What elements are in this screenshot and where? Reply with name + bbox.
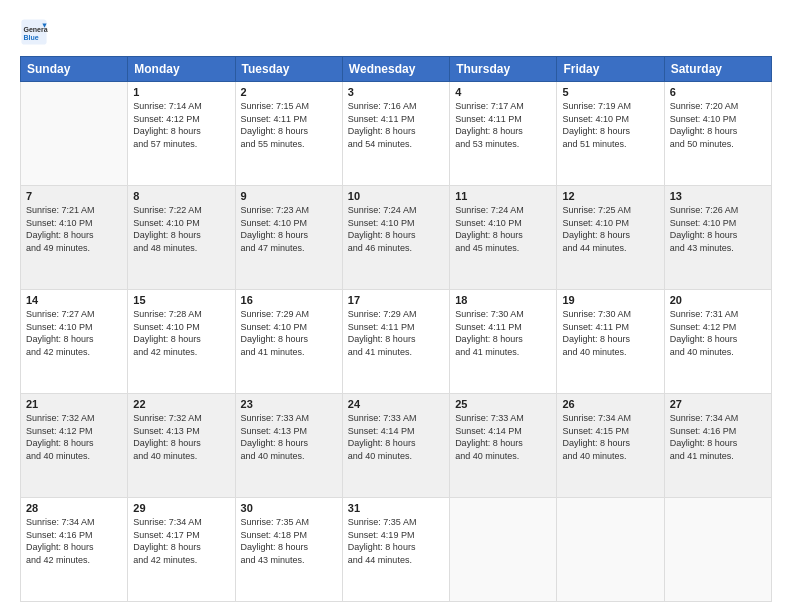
day-number: 19 xyxy=(562,294,658,306)
header-wednesday: Wednesday xyxy=(342,57,449,82)
day-number: 17 xyxy=(348,294,444,306)
calendar-cell-w4d5: 26Sunrise: 7:34 AM Sunset: 4:15 PM Dayli… xyxy=(557,394,664,498)
day-number: 15 xyxy=(133,294,229,306)
day-info: Sunrise: 7:33 AM Sunset: 4:14 PM Dayligh… xyxy=(348,412,444,462)
day-number: 13 xyxy=(670,190,766,202)
day-number: 4 xyxy=(455,86,551,98)
day-number: 1 xyxy=(133,86,229,98)
day-number: 31 xyxy=(348,502,444,514)
day-number: 27 xyxy=(670,398,766,410)
header-tuesday: Tuesday xyxy=(235,57,342,82)
day-number: 11 xyxy=(455,190,551,202)
day-info: Sunrise: 7:16 AM Sunset: 4:11 PM Dayligh… xyxy=(348,100,444,150)
calendar-cell-w3d2: 16Sunrise: 7:29 AM Sunset: 4:10 PM Dayli… xyxy=(235,290,342,394)
header: General Blue xyxy=(20,18,772,46)
day-info: Sunrise: 7:14 AM Sunset: 4:12 PM Dayligh… xyxy=(133,100,229,150)
day-info: Sunrise: 7:29 AM Sunset: 4:10 PM Dayligh… xyxy=(241,308,337,358)
calendar-cell-w4d2: 23Sunrise: 7:33 AM Sunset: 4:13 PM Dayli… xyxy=(235,394,342,498)
logo: General Blue xyxy=(20,18,48,46)
day-number: 23 xyxy=(241,398,337,410)
header-thursday: Thursday xyxy=(450,57,557,82)
calendar-cell-w4d1: 22Sunrise: 7:32 AM Sunset: 4:13 PM Dayli… xyxy=(128,394,235,498)
calendar-cell-w4d3: 24Sunrise: 7:33 AM Sunset: 4:14 PM Dayli… xyxy=(342,394,449,498)
calendar-cell-w2d6: 13Sunrise: 7:26 AM Sunset: 4:10 PM Dayli… xyxy=(664,186,771,290)
svg-text:Blue: Blue xyxy=(24,34,39,41)
header-monday: Monday xyxy=(128,57,235,82)
day-info: Sunrise: 7:15 AM Sunset: 4:11 PM Dayligh… xyxy=(241,100,337,150)
calendar-cell-w5d5 xyxy=(557,498,664,602)
calendar-cell-w3d5: 19Sunrise: 7:30 AM Sunset: 4:11 PM Dayli… xyxy=(557,290,664,394)
calendar-cell-w3d3: 17Sunrise: 7:29 AM Sunset: 4:11 PM Dayli… xyxy=(342,290,449,394)
day-number: 8 xyxy=(133,190,229,202)
calendar-cell-w1d2: 2Sunrise: 7:15 AM Sunset: 4:11 PM Daylig… xyxy=(235,82,342,186)
day-info: Sunrise: 7:34 AM Sunset: 4:17 PM Dayligh… xyxy=(133,516,229,566)
day-info: Sunrise: 7:32 AM Sunset: 4:12 PM Dayligh… xyxy=(26,412,122,462)
day-number: 25 xyxy=(455,398,551,410)
week-row-4: 21Sunrise: 7:32 AM Sunset: 4:12 PM Dayli… xyxy=(21,394,772,498)
day-info: Sunrise: 7:33 AM Sunset: 4:14 PM Dayligh… xyxy=(455,412,551,462)
calendar-cell-w1d3: 3Sunrise: 7:16 AM Sunset: 4:11 PM Daylig… xyxy=(342,82,449,186)
day-number: 14 xyxy=(26,294,122,306)
calendar-cell-w4d0: 21Sunrise: 7:32 AM Sunset: 4:12 PM Dayli… xyxy=(21,394,128,498)
calendar-cell-w5d4 xyxy=(450,498,557,602)
logo-icon: General Blue xyxy=(20,18,48,46)
calendar-cell-w5d0: 28Sunrise: 7:34 AM Sunset: 4:16 PM Dayli… xyxy=(21,498,128,602)
day-number: 30 xyxy=(241,502,337,514)
header-sunday: Sunday xyxy=(21,57,128,82)
calendar-cell-w4d4: 25Sunrise: 7:33 AM Sunset: 4:14 PM Dayli… xyxy=(450,394,557,498)
calendar-cell-w2d0: 7Sunrise: 7:21 AM Sunset: 4:10 PM Daylig… xyxy=(21,186,128,290)
calendar-cell-w2d2: 9Sunrise: 7:23 AM Sunset: 4:10 PM Daylig… xyxy=(235,186,342,290)
day-number: 12 xyxy=(562,190,658,202)
header-saturday: Saturday xyxy=(664,57,771,82)
day-info: Sunrise: 7:29 AM Sunset: 4:11 PM Dayligh… xyxy=(348,308,444,358)
day-info: Sunrise: 7:17 AM Sunset: 4:11 PM Dayligh… xyxy=(455,100,551,150)
day-info: Sunrise: 7:31 AM Sunset: 4:12 PM Dayligh… xyxy=(670,308,766,358)
day-info: Sunrise: 7:32 AM Sunset: 4:13 PM Dayligh… xyxy=(133,412,229,462)
calendar-cell-w5d3: 31Sunrise: 7:35 AM Sunset: 4:19 PM Dayli… xyxy=(342,498,449,602)
calendar-cell-w5d2: 30Sunrise: 7:35 AM Sunset: 4:18 PM Dayli… xyxy=(235,498,342,602)
day-info: Sunrise: 7:22 AM Sunset: 4:10 PM Dayligh… xyxy=(133,204,229,254)
day-info: Sunrise: 7:34 AM Sunset: 4:16 PM Dayligh… xyxy=(670,412,766,462)
week-row-5: 28Sunrise: 7:34 AM Sunset: 4:16 PM Dayli… xyxy=(21,498,772,602)
calendar-table: Sunday Monday Tuesday Wednesday Thursday… xyxy=(20,56,772,602)
calendar-cell-w1d0 xyxy=(21,82,128,186)
day-number: 7 xyxy=(26,190,122,202)
day-number: 3 xyxy=(348,86,444,98)
calendar-cell-w1d1: 1Sunrise: 7:14 AM Sunset: 4:12 PM Daylig… xyxy=(128,82,235,186)
day-number: 6 xyxy=(670,86,766,98)
week-row-3: 14Sunrise: 7:27 AM Sunset: 4:10 PM Dayli… xyxy=(21,290,772,394)
day-number: 28 xyxy=(26,502,122,514)
header-friday: Friday xyxy=(557,57,664,82)
day-number: 20 xyxy=(670,294,766,306)
day-info: Sunrise: 7:25 AM Sunset: 4:10 PM Dayligh… xyxy=(562,204,658,254)
calendar-cell-w3d4: 18Sunrise: 7:30 AM Sunset: 4:11 PM Dayli… xyxy=(450,290,557,394)
week-row-2: 7Sunrise: 7:21 AM Sunset: 4:10 PM Daylig… xyxy=(21,186,772,290)
weekday-header-row: Sunday Monday Tuesday Wednesday Thursday… xyxy=(21,57,772,82)
day-number: 21 xyxy=(26,398,122,410)
calendar-cell-w3d0: 14Sunrise: 7:27 AM Sunset: 4:10 PM Dayli… xyxy=(21,290,128,394)
day-number: 26 xyxy=(562,398,658,410)
day-number: 16 xyxy=(241,294,337,306)
day-info: Sunrise: 7:30 AM Sunset: 4:11 PM Dayligh… xyxy=(455,308,551,358)
calendar-cell-w1d6: 6Sunrise: 7:20 AM Sunset: 4:10 PM Daylig… xyxy=(664,82,771,186)
day-info: Sunrise: 7:26 AM Sunset: 4:10 PM Dayligh… xyxy=(670,204,766,254)
day-number: 5 xyxy=(562,86,658,98)
calendar-cell-w4d6: 27Sunrise: 7:34 AM Sunset: 4:16 PM Dayli… xyxy=(664,394,771,498)
day-info: Sunrise: 7:33 AM Sunset: 4:13 PM Dayligh… xyxy=(241,412,337,462)
calendar-cell-w1d5: 5Sunrise: 7:19 AM Sunset: 4:10 PM Daylig… xyxy=(557,82,664,186)
calendar-cell-w2d4: 11Sunrise: 7:24 AM Sunset: 4:10 PM Dayli… xyxy=(450,186,557,290)
day-number: 18 xyxy=(455,294,551,306)
day-info: Sunrise: 7:24 AM Sunset: 4:10 PM Dayligh… xyxy=(348,204,444,254)
day-info: Sunrise: 7:28 AM Sunset: 4:10 PM Dayligh… xyxy=(133,308,229,358)
day-info: Sunrise: 7:21 AM Sunset: 4:10 PM Dayligh… xyxy=(26,204,122,254)
calendar-cell-w3d6: 20Sunrise: 7:31 AM Sunset: 4:12 PM Dayli… xyxy=(664,290,771,394)
day-number: 9 xyxy=(241,190,337,202)
day-info: Sunrise: 7:35 AM Sunset: 4:19 PM Dayligh… xyxy=(348,516,444,566)
calendar-cell-w2d5: 12Sunrise: 7:25 AM Sunset: 4:10 PM Dayli… xyxy=(557,186,664,290)
day-info: Sunrise: 7:27 AM Sunset: 4:10 PM Dayligh… xyxy=(26,308,122,358)
day-number: 10 xyxy=(348,190,444,202)
day-info: Sunrise: 7:30 AM Sunset: 4:11 PM Dayligh… xyxy=(562,308,658,358)
calendar-cell-w2d1: 8Sunrise: 7:22 AM Sunset: 4:10 PM Daylig… xyxy=(128,186,235,290)
calendar-cell-w5d1: 29Sunrise: 7:34 AM Sunset: 4:17 PM Dayli… xyxy=(128,498,235,602)
day-info: Sunrise: 7:19 AM Sunset: 4:10 PM Dayligh… xyxy=(562,100,658,150)
